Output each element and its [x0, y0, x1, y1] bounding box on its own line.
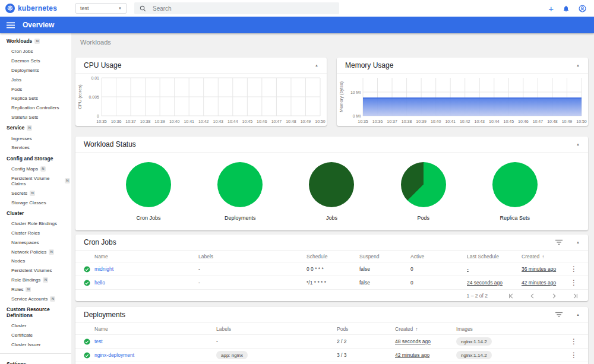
table-row[interactable]: test-2 / 248 seconds agonginx:1.14.2⋮: [75, 335, 588, 349]
sidebar-item-persistent-volumes[interactable]: Persistent Volumes: [0, 266, 71, 276]
prev-page-icon[interactable]: [529, 293, 536, 299]
sidebar-item-namespaces[interactable]: Namespaces: [0, 238, 71, 248]
sidebar-section-service[interactable]: ServiceN: [0, 122, 71, 134]
row-menu-icon[interactable]: ⋮: [568, 279, 580, 286]
cronjob-name-link[interactable]: midnight: [94, 266, 198, 272]
deployment-name-link[interactable]: nginx-deployment: [94, 352, 216, 358]
sidebar-item-jobs[interactable]: Jobs: [0, 75, 71, 84]
memory-card-header: Memory Usage ▲: [337, 58, 588, 74]
pie-chart-jobs[interactable]: [309, 162, 354, 207]
column-header-name[interactable]: Name: [94, 326, 216, 332]
cronjob-name-link[interactable]: hello: [94, 280, 198, 286]
column-header-suspend[interactable]: Suspend: [359, 254, 410, 259]
sidebar-item-nodes[interactable]: Nodes: [0, 257, 71, 266]
collapse-icon[interactable]: ▲: [576, 313, 580, 316]
cell-schedule: */1 * * * *: [307, 280, 359, 286]
sidebar-item-replication-controllers[interactable]: Replication Controllers: [0, 103, 71, 113]
sidebar-item-services[interactable]: Services: [0, 143, 71, 153]
workload-pie-jobs: Jobs: [309, 162, 354, 221]
workload-status-header: Workload Status ▲: [75, 137, 588, 153]
column-header-created[interactable]: Created↑: [522, 254, 568, 259]
pie-chart-deployments[interactable]: [217, 162, 263, 207]
cell-last-schedule[interactable]: -: [467, 266, 522, 272]
sidebar-item-persistent-volume-claims[interactable]: Persistent Volume ClaimsN: [0, 174, 71, 189]
sidebar-item-settings[interactable]: Settings: [0, 358, 71, 364]
cron-jobs-table-body: midnight-0 0 * * *false0-36 minutes ago⋮…: [75, 262, 588, 290]
svg-text:10:35: 10:35: [358, 119, 368, 124]
sidebar-item-cluster-issuer[interactable]: Cluster Issuer: [0, 340, 71, 350]
next-page-icon[interactable]: [551, 293, 557, 299]
sidebar-item-cluster-roles[interactable]: Cluster Roles: [0, 229, 71, 238]
search-bar[interactable]: [134, 2, 339, 14]
sidebar-section-cluster[interactable]: Cluster: [0, 207, 71, 219]
sidebar-item-label: Replica Sets: [11, 96, 38, 101]
sidebar-item-pods[interactable]: Pods: [0, 84, 71, 94]
row-menu-icon[interactable]: ⋮: [568, 338, 580, 345]
cell-created[interactable]: 42 minutes ago: [395, 352, 456, 358]
column-header-created[interactable]: Created↑: [395, 326, 456, 332]
collapse-icon[interactable]: ▲: [576, 240, 580, 244]
sidebar-section-custom-resource-definitions[interactable]: Custom Resource Definitions: [0, 303, 71, 321]
sidebar-section-label: Cluster: [7, 210, 24, 216]
collapse-icon[interactable]: ▲: [576, 143, 580, 146]
sidebar-item-label: Role Bindings: [11, 277, 40, 283]
sidebar-item-certificate[interactable]: Certificate: [0, 331, 71, 340]
row-menu-icon[interactable]: ⋮: [568, 265, 580, 273]
collapse-icon[interactable]: ▲: [576, 64, 580, 67]
first-page-icon[interactable]: [508, 293, 514, 299]
kubernetes-logo[interactable]: ☸ kubernetes: [0, 4, 71, 13]
memory-usage-card: Memory Usage ▲ 10:3510:3610:3710:3810:39…: [337, 58, 588, 126]
sidebar-item-storage-classes[interactable]: Storage Classes: [0, 198, 71, 207]
filter-icon[interactable]: [555, 239, 563, 245]
cell-created[interactable]: 36 minutes ago: [522, 266, 568, 272]
filter-icon[interactable]: [555, 312, 563, 318]
namespace-selector[interactable]: test ▼: [75, 3, 127, 14]
column-header-schedule[interactable]: Schedule: [307, 254, 359, 259]
sidebar-item-service-accounts[interactable]: Service AccountsN: [0, 294, 71, 303]
plus-icon[interactable]: +: [548, 4, 554, 13]
sidebar-item-network-policies[interactable]: Network PoliciesN: [0, 247, 71, 257]
page-title: Overview: [23, 21, 54, 29]
sidebar-item-cluster-role-bindings[interactable]: Cluster Role Bindings: [0, 219, 71, 229]
sidebar-item-deployments[interactable]: Deployments: [0, 66, 71, 75]
sidebar-item-role-bindings[interactable]: Role BindingsN: [0, 276, 71, 285]
table-row[interactable]: hello-*/1 * * * *false024 seconds ago42 …: [75, 276, 588, 290]
row-menu-icon[interactable]: ⋮: [568, 352, 580, 359]
column-header-active[interactable]: Active: [410, 254, 467, 259]
sidebar-item-ingresses[interactable]: Ingresses: [0, 134, 71, 143]
sidebar-item-daemon-sets[interactable]: Daemon Sets: [0, 56, 71, 66]
pie-chart-pods[interactable]: [401, 162, 446, 207]
sidebar-item-cluster[interactable]: Cluster: [0, 321, 71, 331]
sidebar-item-replica-sets[interactable]: Replica Sets: [0, 94, 71, 103]
sidebar-item-config-maps[interactable]: Config MapsN: [0, 164, 71, 174]
svg-text:10:49: 10:49: [301, 119, 311, 124]
cell-created[interactable]: 42 minutes ago: [522, 280, 568, 286]
table-row[interactable]: nginx-deploymentapp: nginx3 / 342 minute…: [75, 349, 588, 362]
header-actions: +: [548, 4, 594, 13]
column-header-images[interactable]: Images: [456, 326, 568, 332]
column-header-last-schedule[interactable]: Last Schedule: [467, 254, 522, 259]
sidebar-item-cron-jobs[interactable]: Cron Jobs: [0, 47, 71, 56]
table-row[interactable]: midnight-0 0 * * *false0-36 minutes ago⋮: [75, 262, 588, 276]
sidebar-item-roles[interactable]: RolesN: [0, 284, 71, 294]
pie-chart-cron-jobs[interactable]: [126, 162, 171, 207]
sidebar-section-config-and-storage[interactable]: Config and Storage: [0, 153, 71, 164]
sidebar-section-workloads[interactable]: WorkloadsN: [0, 35, 71, 47]
last-page-icon[interactable]: [572, 293, 579, 299]
sidebar-item-stateful-sets[interactable]: Stateful Sets: [0, 112, 71, 122]
bell-icon[interactable]: [563, 5, 570, 12]
cell-created[interactable]: 48 seconds ago: [395, 338, 456, 344]
menu-icon[interactable]: [7, 22, 15, 29]
collapse-icon[interactable]: ▲: [315, 64, 318, 67]
account-icon[interactable]: [579, 5, 586, 12]
column-header-pods[interactable]: Pods: [337, 326, 395, 332]
pie-chart-replica-sets[interactable]: [492, 162, 538, 207]
column-header-labels[interactable]: Labels: [198, 254, 307, 259]
column-header-labels[interactable]: Labels: [216, 326, 337, 332]
sidebar-item-secrets[interactable]: SecretsN: [0, 188, 71, 198]
column-header-name[interactable]: Name: [94, 254, 198, 259]
cell-last-schedule[interactable]: 24 seconds ago: [467, 280, 522, 286]
deployment-name-link[interactable]: test: [94, 338, 216, 344]
cell-active: 0: [410, 280, 467, 286]
search-input[interactable]: [151, 5, 334, 12]
